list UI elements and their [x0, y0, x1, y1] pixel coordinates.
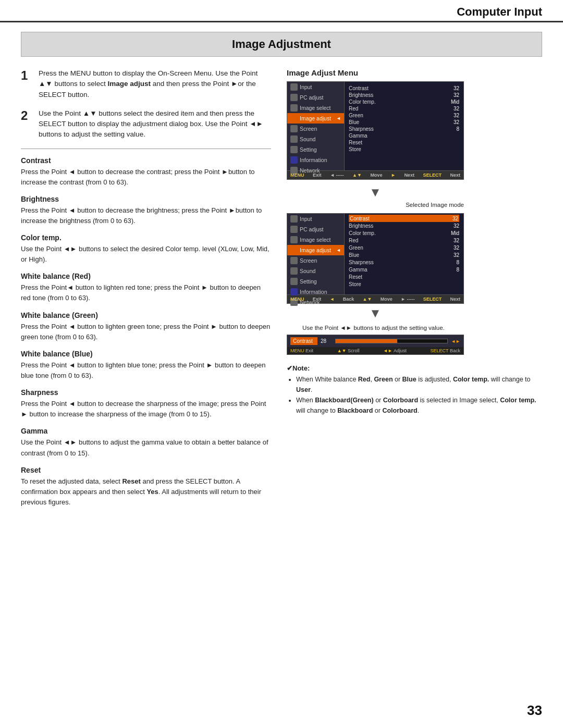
section-title: Image Adjustment [21, 38, 542, 51]
wb-green-heading: White balance (Green) [21, 311, 271, 319]
menu-right-1: Contrast32 Brightness32 Color temp.Mid R… [345, 82, 463, 170]
reset-body: To reset the adjusted data, select Reset… [21, 476, 271, 508]
step-2-text: Use the Point ▲▼ buttons select the desi… [39, 108, 271, 140]
menu2-right-contrast: Contrast32 [349, 215, 459, 222]
selected-image-note: Selected Image mode [406, 202, 464, 208]
contrast-bar-label: Contrast [290, 337, 317, 345]
brightness-body: Press the Point ◄ button to decrease the… [21, 205, 271, 226]
menu-left-1: Input PC adjust Image select Image [287, 82, 345, 170]
wb-blue-heading: White balance (Blue) [21, 350, 271, 358]
page-number: 33 [527, 702, 542, 719]
imageadjust-icon [290, 115, 298, 122]
menu2-item-input: Input [287, 214, 344, 224]
menu-right-contrast: Contrast32 [349, 85, 459, 92]
sharpness-heading: Sharpness [21, 388, 271, 397]
arrow-down-2: ▼ [287, 306, 464, 320]
contrast-body: Press the Point ◄ button to decrease the… [21, 167, 271, 188]
menu2-item-screen: Screen [287, 255, 344, 266]
menu2-screen-icon [290, 257, 298, 264]
two-column-layout: 1 Press the MENU button to display the O… [21, 68, 542, 510]
step-number-2: 2 [21, 108, 33, 140]
menu2-right-store: Store [349, 280, 459, 288]
menu2-item-sound: Sound [287, 266, 344, 276]
note-list: When White balance Red, Green or Blue is… [287, 374, 537, 416]
menu2-setting-icon [290, 278, 298, 285]
menu-screen-1-inner: Input PC adjust Image select Image [287, 82, 463, 170]
pcadjust-icon [290, 94, 298, 101]
gamma-body: Use the Point ◄► buttons to adjust the g… [21, 437, 271, 458]
wb-red-body: Press the Point◄ button to lighten red t… [21, 282, 271, 303]
section-title-box: Image Adjustment [21, 32, 542, 57]
information-icon [290, 156, 298, 164]
menu2-imageselect-icon [290, 236, 298, 243]
header-title: Computer Input [457, 5, 542, 19]
contrast-bar-fill [336, 339, 397, 343]
contrast-bar-indicator: ◄► [451, 339, 460, 344]
menu-item-imageadjust: Image adjust ◄ [287, 113, 344, 124]
imageselect-icon [290, 104, 298, 112]
reset-heading: Reset [21, 466, 271, 474]
menu-screen-2: Input PC adjust Image select Image [287, 213, 464, 304]
right-column: Image Adjust Menu Input PC adjust [287, 68, 537, 510]
menu-screen-2-inner: Input PC adjust Image select Image [287, 214, 463, 294]
menu-item-screen: Screen [287, 124, 344, 134]
contrast-bar-value: 28 [321, 338, 332, 344]
menu2-right-gamma: Gamma8 [349, 266, 459, 273]
input-icon [290, 83, 298, 91]
menu-left-2: Input PC adjust Image select Image [287, 214, 345, 294]
color-temp-body: Use the Point ◄► buttons to select the d… [21, 244, 271, 265]
menu-title: Image Adjust Menu [287, 68, 537, 77]
main-content: Image Adjustment 1 Press the MENU button… [0, 22, 563, 525]
selected-image-note-row: Selected Image mode [287, 202, 464, 212]
menu-item-pcadjust: PC adjust [287, 92, 344, 103]
menu2-item-imageadjust: Image adjust ◄ [287, 245, 344, 255]
menu-item-imageselect: Image select [287, 103, 344, 113]
wb-red-heading: White balance (Red) [21, 272, 271, 280]
wb-blue-body: Press the Point ◄ button to lighten blue… [21, 360, 271, 381]
brightness-heading: Brightness [21, 195, 271, 203]
menu2-right-green: Green32 [349, 244, 459, 251]
note-item-1: When White balance Red, Green or Blue is… [296, 374, 537, 395]
left-column: 1 Press the MENU button to display the O… [21, 68, 271, 510]
menu-right-reset: Reset [349, 139, 459, 146]
menu2-item-pcadjust: PC adjust [287, 224, 344, 235]
menu2-right-colortemp: Color temp.Mid [349, 229, 459, 237]
note-title: ✔Note: [287, 363, 537, 374]
contrast-bar-bottom: MENU Exit ▲▼ Scroll ◄► Adjust SELECT Bac… [287, 347, 463, 354]
step-1-text: Press the MENU button to display the On-… [39, 68, 271, 100]
menu2-pcadjust-icon [290, 226, 298, 233]
menu2-right-red: Red32 [349, 237, 459, 244]
contrast-bar-container: Contrast 28 ◄► MENU Exit ▲▼ Scroll ◄► Ad… [287, 335, 464, 355]
note-item-2: When Blackboard(Green) or Colorboard is … [296, 395, 537, 416]
menu-item-setting: Setting [287, 144, 344, 155]
note-section: ✔Note: When White balance Red, Green or … [287, 363, 537, 416]
setting-icon [290, 146, 298, 153]
contrast-bar-row: Contrast 28 ◄► [287, 335, 463, 347]
menu-right-blue: Blue32 [349, 119, 459, 126]
sharpness-body: Press the Point ◄ button to decrease the… [21, 399, 271, 419]
menu2-sound-icon [290, 267, 298, 275]
menu2-right-sharpness: Sharpness8 [349, 258, 459, 266]
menu-right-2: Contrast32 Brightness32 Color temp.Mid R… [345, 214, 463, 294]
gamma-heading: Gamma [21, 427, 271, 435]
menu-right-gamma: Gamma [349, 132, 459, 139]
wb-green-body: Press the Point ◄ button to lighten gree… [21, 322, 271, 342]
menu2-item-information: Information [287, 287, 344, 297]
menu-item-information: Information [287, 155, 344, 165]
menu-right-colortemp: Color temp.Mid [349, 98, 459, 105]
arrow-down-1: ▼ [287, 185, 464, 200]
menu-right-green: Green32 [349, 112, 459, 119]
menu-right-red: Red32 [349, 105, 459, 112]
divider-1 [21, 149, 271, 149]
menu-item-input: Input [287, 82, 344, 92]
step-2: 2 Use the Point ▲▼ buttons select the de… [21, 108, 271, 140]
menu2-input-icon [290, 215, 298, 223]
menu2-item-setting: Setting [287, 276, 344, 287]
menu-right-brightness: Brightness32 [349, 92, 459, 98]
top-header: Computer Input [0, 0, 563, 22]
pointer-note: Use the Point ◄► buttons to adjust the s… [302, 324, 448, 332]
sound-icon-1 [290, 135, 298, 143]
menu-right-store: Store [349, 146, 459, 153]
step-number-1: 1 [21, 68, 33, 100]
screen-icon [290, 125, 298, 132]
